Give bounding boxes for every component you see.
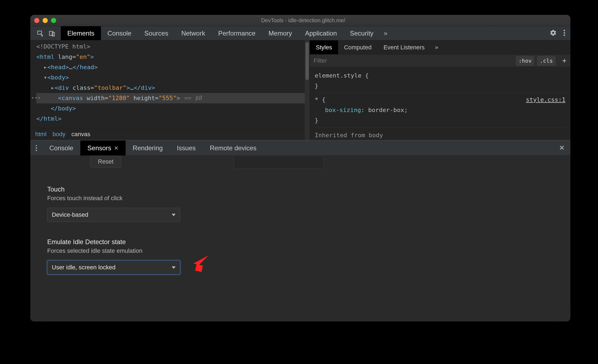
tab-performance[interactable]: Performance — [212, 26, 262, 40]
touch-subtitle: Forces touch instead of click — [47, 195, 554, 202]
touch-section: Touch Forces touch instead of click Devi… — [30, 173, 570, 222]
styles-filter-input[interactable] — [310, 57, 516, 64]
tab-application[interactable]: Application — [298, 26, 343, 40]
svg-point-5 — [564, 34, 565, 36]
subtab-styles[interactable]: Styles — [310, 40, 338, 54]
rule-selector: * { — [315, 96, 326, 103]
drawer-more-options-icon[interactable] — [30, 141, 42, 155]
zoom-window-button[interactable] — [51, 18, 56, 23]
chevron-down-icon — [172, 266, 176, 269]
drawer-tab-sensors[interactable]: Sensors ✕ — [80, 141, 126, 155]
touch-select[interactable]: Device-based — [47, 208, 180, 222]
drawer-body: Reset Touch Forces touch instead of clic… — [30, 156, 570, 321]
tab-network[interactable]: Network — [175, 26, 212, 40]
styles-filter-bar: :hov .cls + — [310, 55, 570, 67]
svg-point-6 — [36, 145, 37, 146]
svg-rect-1 — [49, 31, 53, 35]
hov-toggle[interactable]: :hov — [516, 56, 534, 66]
svg-rect-0 — [37, 31, 42, 34]
svg-point-7 — [36, 147, 37, 149]
drawer-tabs: Console Sensors ✕ Rendering Issues Remot… — [30, 141, 570, 156]
styles-rules[interactable]: element.style { } style.css:1 * { box-si… — [310, 67, 570, 140]
device-toolbar-icon[interactable] — [46, 26, 58, 40]
orientation-dropdown[interactable] — [234, 156, 323, 169]
chevron-down-icon — [172, 214, 176, 216]
css-prop-value[interactable]: border-box; — [368, 107, 408, 113]
settings-gear-icon[interactable] — [550, 29, 557, 37]
tab-memory[interactable]: Memory — [262, 26, 299, 40]
elements-row: <!DOCTYPE html> <html lang="en"> ▸<head>… — [30, 40, 570, 140]
drawer-tab-issues[interactable]: Issues — [170, 141, 203, 155]
touch-title: Touch — [47, 186, 554, 193]
tab-security[interactable]: Security — [343, 26, 380, 40]
cls-toggle[interactable]: .cls — [537, 56, 555, 66]
tab-sources[interactable]: Sources — [138, 26, 175, 40]
drawer-tab-remote-devices[interactable]: Remote devices — [203, 141, 263, 155]
rule-origin-link[interactable]: style.css:1 — [526, 95, 565, 105]
inspect-element-icon[interactable] — [34, 26, 46, 40]
inherited-from: body — [369, 132, 383, 139]
dom-tree[interactable]: <!DOCTYPE html> <html lang="en"> ▸<head>… — [30, 40, 310, 124]
idle-select[interactable]: User idle, screen locked — [47, 260, 180, 274]
crumb-body[interactable]: body — [53, 131, 66, 138]
window-title: DevTools - idle-detection.glitch.me/ — [56, 17, 550, 24]
tab-console[interactable]: Console — [101, 26, 138, 40]
subtab-event-listeners[interactable]: Event Listeners — [377, 40, 431, 54]
tab-elements[interactable]: Elements — [61, 26, 101, 40]
svg-point-4 — [564, 32, 565, 33]
subtab-computed[interactable]: Computed — [338, 40, 378, 54]
drawer-tab-sensors-label: Sensors — [87, 144, 111, 152]
rule-close-brace: } — [315, 82, 318, 89]
svg-point-3 — [564, 30, 565, 31]
minimize-window-button[interactable] — [43, 18, 48, 23]
window-titlebar: DevTools - idle-detection.glitch.me/ — [30, 15, 570, 26]
orientation-reset-button[interactable]: Reset — [90, 156, 121, 168]
selected-dom-node[interactable]: <canvas width="1280" height="555"> == $0 — [36, 93, 310, 103]
main-tabs: Elements Console Sources Network Perform… — [61, 26, 391, 40]
idle-title: Emulate Idle Detector state — [47, 238, 554, 246]
drawer-tab-rendering[interactable]: Rendering — [126, 141, 170, 155]
inherited-label: Inherited from — [315, 132, 365, 139]
touch-select-value: Device-based — [52, 211, 88, 218]
devtools-main-toolbar: Elements Console Sources Network Perform… — [30, 26, 570, 40]
rule-close-brace: } — [315, 117, 318, 124]
close-window-button[interactable] — [34, 18, 39, 23]
idle-section: Emulate Idle Detector state Forces selec… — [30, 222, 570, 274]
close-tab-x-icon[interactable]: ✕ — [114, 145, 119, 151]
rule-element-style[interactable]: element.style { } — [315, 69, 565, 93]
dom-tree-panel[interactable]: <!DOCTYPE html> <html lang="en"> ▸<head>… — [30, 40, 310, 140]
subtabs-overflow-icon[interactable]: » — [431, 40, 443, 54]
styles-panel: Styles Computed Event Listeners » :hov .… — [310, 40, 570, 140]
inherited-divider: Inherited from body — [315, 127, 565, 140]
idle-select-value: User idle, screen locked — [52, 264, 116, 271]
tabs-overflow-icon[interactable]: » — [380, 26, 391, 40]
drawer-panel: Console Sensors ✕ Rendering Issues Remot… — [30, 140, 570, 321]
drawer-tab-console[interactable]: Console — [42, 141, 80, 155]
crumb-html[interactable]: html — [35, 131, 47, 138]
elements-subpanel-tabs: Styles Computed Event Listeners » — [310, 40, 570, 55]
rule-universal[interactable]: style.css:1 * { box-sizing: border-box; … — [315, 93, 565, 127]
more-options-kebab-icon[interactable] — [563, 29, 565, 37]
devtools-window: DevTools - idle-detection.glitch.me/ Ele… — [30, 15, 570, 321]
idle-subtitle: Forces selected idle state emulation — [47, 247, 554, 254]
drawer-close-x-icon[interactable]: ✕ — [554, 141, 570, 155]
window-traffic-lights — [34, 18, 56, 23]
new-style-rule-plus-icon[interactable]: + — [558, 56, 570, 65]
breadcrumb: html body canvas — [30, 128, 305, 140]
rule-selector: element.style { — [315, 72, 369, 79]
dom-scrollbar[interactable] — [305, 40, 310, 140]
crumb-canvas[interactable]: canvas — [71, 131, 90, 138]
svg-point-8 — [36, 150, 37, 151]
css-prop-name[interactable]: box-sizing — [325, 107, 361, 113]
